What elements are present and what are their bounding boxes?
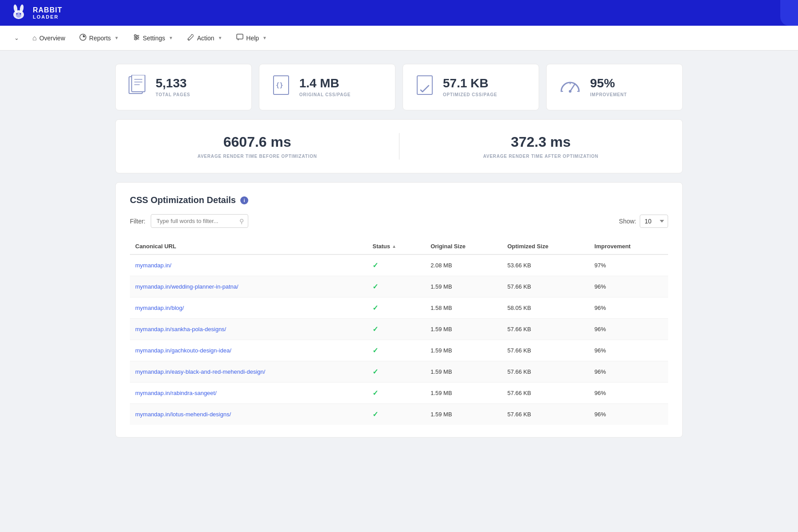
reports-chevron-icon: ▼	[114, 35, 119, 40]
status-check-icon: ✓	[372, 347, 378, 354]
status-check-icon: ✓	[372, 304, 378, 312]
help-chevron-icon: ▼	[262, 35, 267, 40]
cell-optimized-size: 57.66 KB	[502, 361, 589, 383]
home-icon: ⌂	[32, 34, 37, 42]
header-accent	[780, 0, 798, 26]
nav-item-settings[interactable]: Settings ▼	[127, 30, 180, 46]
cell-status: ✓	[367, 383, 425, 404]
cell-improvement: 96%	[589, 276, 668, 297]
cell-optimized-size: 58.05 KB	[502, 297, 589, 319]
cell-url: mymandap.in/sankha-pola-designs/	[130, 319, 367, 340]
url-link[interactable]: mymandap.in/blog/	[135, 305, 184, 311]
table-row: mymandap.in/easy-black-and-red-mehendi-d…	[130, 361, 668, 383]
filter-input-wrap: ⚲	[151, 214, 248, 228]
optimization-table: Canonical URL Status ▲ Original Size Opt…	[130, 239, 668, 425]
nav-item-reports[interactable]: Reports ▼	[73, 30, 125, 46]
col-header-optimized-size: Optimized Size	[502, 239, 589, 254]
stat-card-optimized-css: 57.1 KB OPTIMIZED CSS/PAGE	[403, 64, 539, 110]
stat-content-optimized-css: 57.1 KB OPTIMIZED CSS/PAGE	[443, 77, 497, 97]
svg-point-4	[16, 13, 18, 15]
nav-label-action: Action	[197, 35, 214, 42]
url-link[interactable]: mymandap.in/wedding-planner-in-patna/	[135, 283, 239, 290]
cell-status: ✓	[367, 297, 425, 319]
status-check-icon: ✓	[372, 411, 378, 418]
stat-value-original-css: 1.4 MB	[299, 77, 351, 90]
table-body: mymandap.in/✓2.08 MB53.66 KB97%mymandap.…	[130, 254, 668, 425]
table-head: Canonical URL Status ▲ Original Size Opt…	[130, 239, 668, 254]
cell-optimized-size: 57.66 KB	[502, 319, 589, 340]
show-right: Show: 10 25 50 100	[619, 215, 668, 228]
col-header-status[interactable]: Status ▲	[367, 239, 425, 254]
show-select[interactable]: 10 25 50 100	[640, 215, 668, 228]
main-content: 5,133 TOTAL PAGES {} 1.4 MB ORIGINAL CSS…	[98, 51, 700, 451]
info-icon[interactable]: i	[240, 196, 248, 204]
table-row: mymandap.in/✓2.08 MB53.66 KB97%	[130, 254, 668, 276]
cell-original-size: 1.59 MB	[425, 276, 502, 297]
svg-rect-16	[132, 75, 145, 92]
chevron-down-icon: ⌄	[14, 35, 19, 41]
cell-original-size: 1.59 MB	[425, 383, 502, 404]
url-link[interactable]: mymandap.in/	[135, 262, 172, 269]
svg-point-11	[137, 36, 138, 38]
cell-status: ✓	[367, 254, 425, 276]
cell-improvement: 97%	[589, 254, 668, 276]
panel-title: CSS Optimization Details	[130, 195, 236, 205]
sliders-icon	[133, 34, 140, 43]
cell-original-size: 1.59 MB	[425, 319, 502, 340]
status-check-icon: ✓	[372, 283, 378, 290]
speedometer-icon	[559, 77, 581, 98]
svg-rect-22	[417, 76, 432, 94]
url-link[interactable]: mymandap.in/gachkouto-design-idea/	[135, 347, 231, 354]
filter-label: Filter:	[130, 218, 145, 225]
stat-value-optimized-css: 57.1 KB	[443, 77, 497, 90]
cell-url: mymandap.in/blog/	[130, 297, 367, 319]
stat-card-total-pages: 5,133 TOTAL PAGES	[115, 64, 252, 110]
svg-text:{}: {}	[276, 82, 283, 89]
url-link[interactable]: mymandap.in/easy-black-and-red-mehendi-d…	[135, 368, 265, 375]
nav-global-dropdown[interactable]: ⌄	[9, 31, 24, 45]
show-label: Show:	[619, 218, 636, 225]
render-before-label: AVERAGE RENDER TIME BEFORE OPTIMIZATION	[133, 154, 381, 159]
cell-url: mymandap.in/rabindra-sangeet/	[130, 383, 367, 404]
nav-item-overview[interactable]: ⌂ Overview	[26, 31, 71, 46]
rabbit-logo-icon	[9, 3, 28, 23]
cell-optimized-size: 57.66 KB	[502, 340, 589, 361]
stat-content-total-pages: 5,133 TOTAL PAGES	[156, 77, 190, 97]
cell-status: ✓	[367, 404, 425, 425]
nav-label-help: Help	[246, 35, 259, 42]
cell-url: mymandap.in/gachkouto-design-idea/	[130, 340, 367, 361]
logo-subtitle: LOADER	[33, 14, 62, 20]
svg-point-12	[135, 38, 137, 40]
cell-url: mymandap.in/	[130, 254, 367, 276]
svg-point-5	[20, 13, 21, 15]
table-row: mymandap.in/lotus-mehendi-designs/✓1.59 …	[130, 404, 668, 425]
render-after-value: 372.3 ms	[417, 134, 665, 150]
table-row: mymandap.in/wedding-planner-in-patna/✓1.…	[130, 276, 668, 297]
status-check-icon: ✓	[372, 325, 378, 333]
url-link[interactable]: mymandap.in/rabindra-sangeet/	[135, 390, 217, 396]
logo-text: RABBIT LOADER	[33, 6, 62, 20]
table-header-row: Canonical URL Status ▲ Original Size Opt…	[130, 239, 668, 254]
cell-improvement: 96%	[589, 340, 668, 361]
cell-optimized-size: 57.66 KB	[502, 404, 589, 425]
url-link[interactable]: mymandap.in/lotus-mehendi-designs/	[135, 411, 231, 418]
url-link[interactable]: mymandap.in/sankha-pola-designs/	[135, 326, 226, 332]
table-row: mymandap.in/sankha-pola-designs/✓1.59 MB…	[130, 319, 668, 340]
nav-item-action[interactable]: Action ▼	[181, 30, 228, 46]
status-check-icon: ✓	[372, 389, 378, 397]
stat-value-improvement: 95%	[590, 77, 627, 90]
nav-item-help[interactable]: Help ▼	[230, 30, 273, 46]
cell-status: ✓	[367, 340, 425, 361]
stats-row: 5,133 TOTAL PAGES {} 1.4 MB ORIGINAL CSS…	[115, 64, 683, 110]
render-before-section: 6607.6 ms AVERAGE RENDER TIME BEFORE OPT…	[133, 134, 381, 159]
cell-status: ✓	[367, 361, 425, 383]
filter-input[interactable]	[151, 214, 248, 228]
cell-improvement: 96%	[589, 383, 668, 404]
cell-original-size: 1.59 MB	[425, 340, 502, 361]
render-time-panel: 6607.6 ms AVERAGE RENDER TIME BEFORE OPT…	[115, 119, 683, 173]
cell-status: ✓	[367, 319, 425, 340]
stat-value-total-pages: 5,133	[156, 77, 190, 90]
cell-original-size: 1.59 MB	[425, 404, 502, 425]
stat-label-total-pages: TOTAL PAGES	[156, 92, 190, 97]
cell-improvement: 96%	[589, 404, 668, 425]
